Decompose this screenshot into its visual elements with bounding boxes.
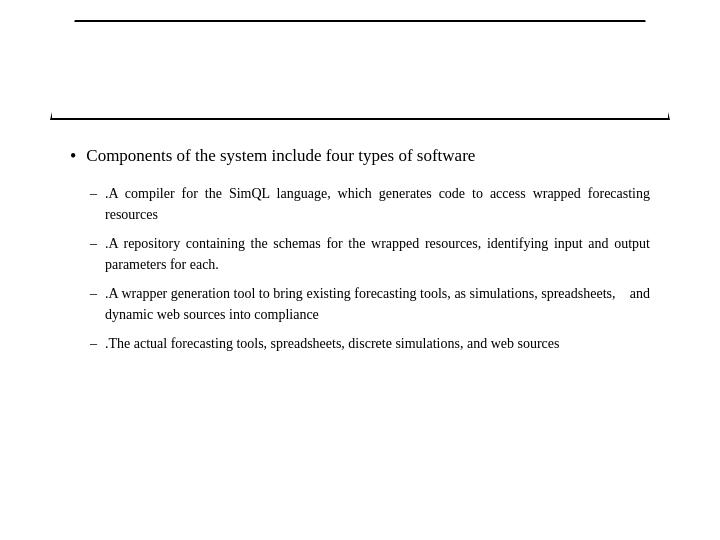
sub-item-4: – .The actual forecasting tools, spreads…	[90, 333, 650, 354]
sub-item-2: – .A repository containing the schemas f…	[90, 233, 650, 275]
sub-text-3: .A wrapper generation tool to bring exis…	[105, 283, 650, 325]
dash-2: –	[90, 233, 97, 254]
dash-4: –	[90, 333, 97, 354]
dash-3: –	[90, 283, 97, 304]
slide-container: • Components of the system include four …	[0, 0, 720, 540]
sub-text-1: .A compiler for the SimQL language, whic…	[105, 183, 650, 225]
bullet-symbol: •	[70, 144, 76, 169]
sub-item-3: – .A wrapper generation tool to bring ex…	[90, 283, 650, 325]
content-area: • Components of the system include four …	[40, 144, 680, 354]
trapezoid-header	[50, 20, 670, 120]
main-bullet-item: • Components of the system include four …	[70, 144, 650, 169]
main-bullet-text: Components of the system include four ty…	[86, 144, 475, 168]
trapezoid-shape	[50, 20, 670, 120]
sub-text-2: .A repository containing the schemas for…	[105, 233, 650, 275]
dash-1: –	[90, 183, 97, 204]
sub-bullets-list: – .A compiler for the SimQL language, wh…	[70, 183, 650, 354]
sub-text-4: .The actual forecasting tools, spreadshe…	[105, 333, 559, 354]
sub-item-1: – .A compiler for the SimQL language, wh…	[90, 183, 650, 225]
